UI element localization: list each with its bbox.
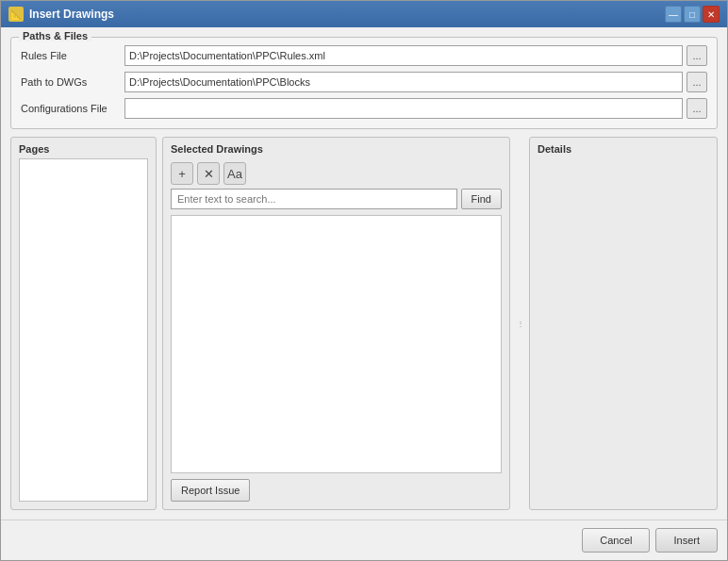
title-bar: 📐 Insert Drawings — □ ✕: [1, 1, 727, 27]
rename-drawing-button[interactable]: Aa: [223, 162, 246, 185]
rules-file-label: Rules File: [21, 50, 124, 61]
panel-divider: ⋮: [516, 137, 523, 510]
path-dwgs-label: Path to DWGs: [21, 76, 124, 88]
pages-panel: Pages: [10, 137, 157, 510]
main-content: Paths & Files Rules File ... Path to DWG…: [1, 27, 727, 520]
path-dwgs-row: Path to DWGs ...: [21, 72, 707, 92]
config-file-label: Configurations File: [21, 103, 124, 114]
report-issue-button[interactable]: Report Issue: [171, 479, 250, 502]
pages-panel-title: Pages: [11, 138, 156, 158]
selected-drawings-panel: Selected Drawings + ✕ Aa Find Report Iss…: [162, 137, 510, 510]
details-panel-title: Details: [530, 138, 717, 158]
search-row: Find: [163, 189, 509, 215]
selected-drawings-title: Selected Drawings: [163, 138, 509, 158]
minimize-button[interactable]: —: [665, 6, 682, 23]
path-dwgs-browse-button[interactable]: ...: [687, 72, 707, 92]
footer: Cancel Insert: [1, 520, 727, 560]
maximize-button[interactable]: □: [684, 6, 701, 23]
details-panel: Details: [529, 137, 718, 510]
main-window: 📐 Insert Drawings — □ ✕ Paths & Files Ru…: [0, 0, 728, 561]
config-file-row: Configurations File ...: [21, 98, 707, 119]
add-drawing-button[interactable]: +: [171, 162, 193, 185]
close-button[interactable]: ✕: [703, 6, 720, 23]
search-input[interactable]: [171, 189, 457, 209]
drawings-list: [171, 215, 502, 473]
config-file-browse-button[interactable]: ...: [687, 98, 707, 119]
window-controls: — □ ✕: [665, 6, 720, 23]
window-title: Insert Drawings: [29, 8, 114, 21]
paths-group: Paths & Files Rules File ... Path to DWG…: [10, 37, 718, 129]
paths-group-title: Paths & Files: [19, 30, 91, 41]
insert-button[interactable]: Insert: [655, 528, 718, 553]
rules-file-browse-button[interactable]: ...: [687, 45, 707, 66]
path-dwgs-input[interactable]: [124, 72, 683, 92]
config-file-input[interactable]: [124, 98, 683, 119]
panel-area: Pages Selected Drawings + ✕ Aa Find: [10, 137, 718, 510]
remove-drawing-button[interactable]: ✕: [197, 162, 220, 185]
selected-drawings-toolbar: + ✕ Aa: [163, 158, 509, 189]
rules-file-row: Rules File ...: [21, 45, 707, 66]
rules-file-input[interactable]: [124, 45, 683, 66]
window-icon: 📐: [8, 7, 24, 22]
find-button[interactable]: Find: [461, 189, 502, 209]
cancel-button[interactable]: Cancel: [582, 528, 650, 553]
pages-list: [19, 158, 148, 502]
